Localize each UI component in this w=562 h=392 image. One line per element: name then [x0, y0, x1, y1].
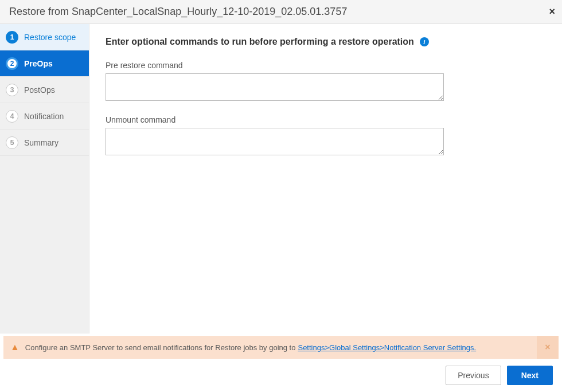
step-label: Notification [24, 112, 64, 121]
settings-link[interactable]: Settings>Global Settings>Notification Se… [298, 343, 476, 352]
pre-restore-label: Pre restore command [106, 61, 546, 70]
unmount-group: Unmount command [106, 115, 546, 157]
dismiss-warning-button[interactable]: × [537, 336, 559, 359]
step-label: Summary [24, 138, 58, 147]
step-number: 5 [6, 136, 18, 149]
dialog-footer: Previous Next [0, 359, 562, 392]
step-preops[interactable]: 2 PreOps [0, 50, 89, 77]
previous-button[interactable]: Previous [446, 366, 501, 385]
step-notification[interactable]: 4 Notification [0, 103, 89, 130]
warning-icon: ▲ [10, 342, 19, 352]
step-label: PostOps [24, 85, 55, 95]
dialog-title: Restore from SnapCenter_LocalSnap_Hourly… [9, 6, 347, 18]
close-button[interactable]: × [549, 6, 555, 18]
pre-restore-group: Pre restore command [106, 61, 546, 103]
unmount-input[interactable] [106, 128, 444, 155]
info-icon[interactable]: i [420, 37, 429, 46]
pre-restore-input[interactable] [106, 73, 444, 101]
step-number: 4 [6, 110, 18, 123]
step-restore-scope[interactable]: 1 Restore scope [0, 24, 89, 50]
wizard-sidebar: 1 Restore scope 2 PreOps 3 PostOps 4 Not… [0, 24, 89, 334]
warning-text: Configure an SMTP Server to send email n… [25, 343, 296, 352]
step-postops[interactable]: 3 PostOps [0, 77, 89, 103]
step-number: 3 [6, 84, 18, 96]
step-label: PreOps [24, 59, 53, 68]
next-button[interactable]: Next [507, 366, 553, 385]
heading-text: Enter optional commands to run before pe… [106, 37, 414, 47]
dialog-body: 1 Restore scope 2 PreOps 3 PostOps 4 Not… [0, 24, 562, 334]
main-content: Enter optional commands to run before pe… [89, 24, 562, 334]
step-number: 2 [6, 57, 18, 70]
smtp-warning-bar: ▲ Configure an SMTP Server to send email… [3, 336, 559, 359]
step-label: Restore scope [24, 33, 76, 42]
step-number: 1 [6, 31, 18, 44]
step-summary[interactable]: 5 Summary [0, 130, 89, 156]
unmount-label: Unmount command [106, 115, 546, 124]
section-heading: Enter optional commands to run before pe… [106, 37, 546, 47]
dialog-header: Restore from SnapCenter_LocalSnap_Hourly… [0, 0, 562, 24]
